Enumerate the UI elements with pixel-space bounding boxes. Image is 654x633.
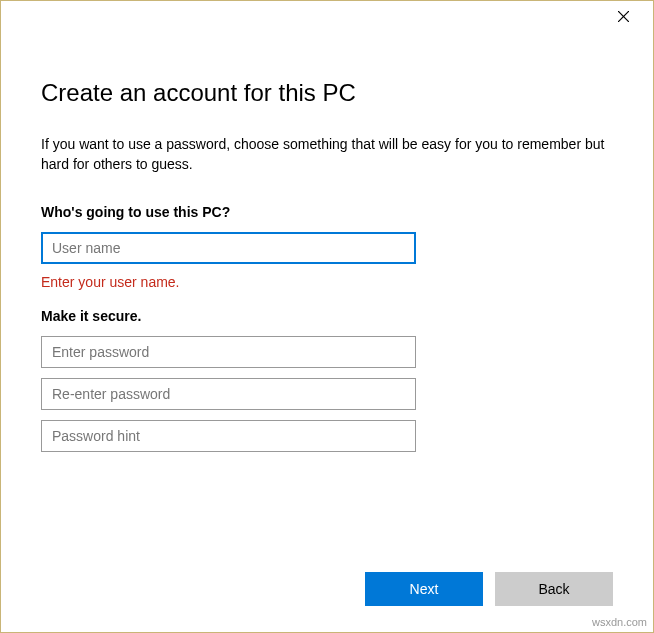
password-confirm-input[interactable] [41,378,416,410]
dialog-content: Create an account for this PC If you wan… [1,31,653,452]
username-error: Enter your user name. [41,274,613,290]
close-icon [618,11,629,22]
password-input[interactable] [41,336,416,368]
password-hint-input[interactable] [41,420,416,452]
titlebar [1,1,653,31]
watermark: wsxdn.com [592,616,647,628]
secure-section-label: Make it secure. [41,308,613,324]
page-description: If you want to use a password, choose so… [41,135,613,174]
next-button[interactable]: Next [365,572,483,606]
back-button[interactable]: Back [495,572,613,606]
button-bar: Next Back [365,572,613,606]
username-input[interactable] [41,232,416,264]
page-title: Create an account for this PC [41,79,613,107]
user-section-label: Who's going to use this PC? [41,204,613,220]
close-button[interactable] [607,2,639,30]
